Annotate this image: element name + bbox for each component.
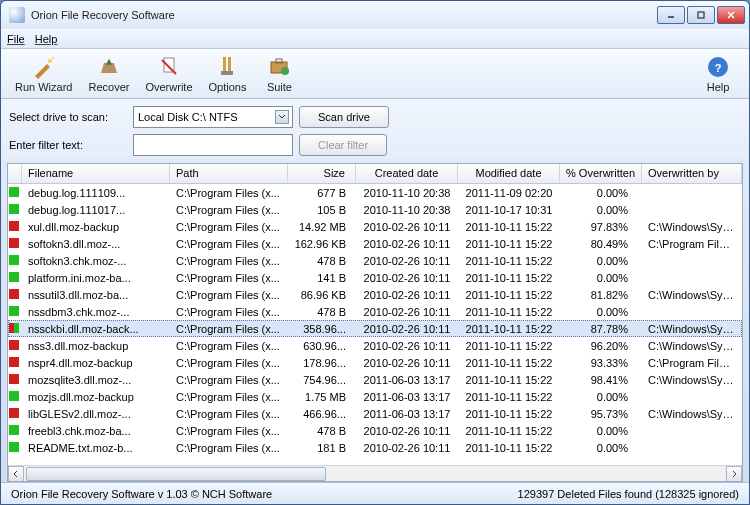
horizontal-scrollbar[interactable] [8, 465, 742, 481]
cell-modified: 2011-10-11 15:22 [458, 220, 560, 234]
minimize-button[interactable] [657, 6, 685, 24]
status-icon [9, 255, 19, 265]
cell-filename: freebl3.chk.moz-ba... [22, 424, 170, 438]
cell-pct: 87.78% [560, 322, 642, 336]
status-icon [9, 425, 19, 435]
cell-modified: 2011-10-11 15:22 [458, 424, 560, 438]
col-modified[interactable]: Modified date [458, 164, 560, 183]
table-row[interactable]: nssutil3.dll.moz-ba...C:\Program Files (… [8, 286, 742, 303]
maximize-button[interactable] [687, 6, 715, 24]
cell-pct: 0.00% [560, 424, 642, 438]
scroll-right-icon[interactable] [726, 466, 742, 482]
cell-by: C:\Windows\System32\ [642, 220, 742, 234]
cell-pct: 81.82% [560, 288, 642, 302]
table-row[interactable]: xul.dll.moz-backupC:\Program Files (x...… [8, 218, 742, 235]
window-title: Orion File Recovery Software [31, 9, 657, 21]
cell-created: 2011-06-03 13:17 [356, 407, 458, 421]
cell-path: C:\Program Files (x... [170, 407, 288, 421]
cell-filename: nss3.dll.moz-backup [22, 339, 170, 353]
scroll-left-icon[interactable] [8, 466, 24, 482]
table-row[interactable]: mozjs.dll.moz-backupC:\Program Files (x.… [8, 388, 742, 405]
cell-filename: mozsqlite3.dll.moz-... [22, 373, 170, 387]
cell-path: C:\Program Files (x... [170, 237, 288, 251]
table-row[interactable]: mozsqlite3.dll.moz-...C:\Program Files (… [8, 371, 742, 388]
cell-by [642, 260, 742, 262]
status-icon [9, 238, 19, 248]
suite-icon [267, 55, 291, 79]
scroll-thumb[interactable] [26, 467, 326, 481]
cell-filename: xul.dll.moz-backup [22, 220, 170, 234]
col-overwritten-pct[interactable]: % Overwritten [560, 164, 642, 183]
overwrite-button[interactable]: Overwrite [137, 53, 200, 95]
table-row[interactable]: debug.log.111017...C:\Program Files (x..… [8, 201, 742, 218]
titlebar[interactable]: Orion File Recovery Software [1, 1, 749, 29]
cell-filename: libGLESv2.dll.moz-... [22, 407, 170, 421]
menu-file[interactable]: File [7, 33, 25, 45]
close-button[interactable] [717, 6, 745, 24]
status-right: 129397 Deleted Files found (128325 ignor… [518, 488, 739, 500]
help-button[interactable]: ? Help [693, 53, 743, 95]
cell-modified: 2011-10-11 15:22 [458, 356, 560, 370]
cell-by: C:\Windows\System32\ [642, 339, 742, 353]
table-row[interactable]: softokn3.dll.moz-...C:\Program Files (x.… [8, 235, 742, 252]
status-icon [9, 357, 19, 367]
cell-pct: 98.41% [560, 373, 642, 387]
select-drive-label: Select drive to scan: [9, 111, 127, 123]
table-header: Filename Path Size Created date Modified… [8, 164, 742, 184]
table-row[interactable]: nssckbi.dll.moz-back...C:\Program Files … [8, 320, 742, 337]
app-icon [9, 7, 25, 23]
cell-created: 2010-02-26 10:11 [356, 271, 458, 285]
table-row[interactable]: libGLESv2.dll.moz-...C:\Program Files (x… [8, 405, 742, 422]
table-row[interactable]: README.txt.moz-b...C:\Program Files (x..… [8, 439, 742, 456]
cell-modified: 2011-10-11 15:22 [458, 322, 560, 336]
table-row[interactable]: nssdbm3.chk.moz-...C:\Program Files (x..… [8, 303, 742, 320]
cell-path: C:\Program Files (x... [170, 305, 288, 319]
table-row[interactable]: softokn3.chk.moz-...C:\Program Files (x.… [8, 252, 742, 269]
col-filename[interactable]: Filename [22, 164, 170, 183]
table-row[interactable]: nspr4.dll.moz-backupC:\Program Files (x.… [8, 354, 742, 371]
cell-pct: 0.00% [560, 186, 642, 200]
file-table: Filename Path Size Created date Modified… [7, 163, 743, 482]
run-wizard-button[interactable]: Run Wizard [7, 53, 80, 95]
scan-drive-button[interactable]: Scan drive [299, 106, 389, 128]
clear-filter-button[interactable]: Clear filter [299, 134, 387, 156]
cell-pct: 0.00% [560, 271, 642, 285]
cell-size: 105 B [288, 203, 356, 217]
cell-path: C:\Program Files (x... [170, 339, 288, 353]
table-row[interactable]: debug.log.111109...C:\Program Files (x..… [8, 184, 742, 201]
cell-size: 178.96... [288, 356, 356, 370]
col-size[interactable]: Size [288, 164, 356, 183]
col-created[interactable]: Created date [356, 164, 458, 183]
cell-filename: nspr4.dll.moz-backup [22, 356, 170, 370]
drive-select[interactable]: Local Disk C:\ NTFS [133, 106, 293, 128]
suite-button[interactable]: Suite [254, 53, 304, 95]
cell-modified: 2011-10-11 15:22 [458, 305, 560, 319]
cell-pct: 96.20% [560, 339, 642, 353]
cell-pct: 0.00% [560, 390, 642, 404]
col-overwritten-by[interactable]: Overwritten by [642, 164, 742, 183]
table-row[interactable]: nss3.dll.moz-backupC:\Program Files (x..… [8, 337, 742, 354]
cell-filename: debug.log.111017... [22, 203, 170, 217]
options-button[interactable]: Options [201, 53, 255, 95]
cell-modified: 2011-10-11 15:22 [458, 339, 560, 353]
cell-created: 2010-02-26 10:11 [356, 322, 458, 336]
table-row[interactable]: freebl3.chk.moz-ba...C:\Program Files (x… [8, 422, 742, 439]
cell-pct: 0.00% [560, 441, 642, 455]
cell-created: 2010-02-26 10:11 [356, 288, 458, 302]
table-body[interactable]: debug.log.111109...C:\Program Files (x..… [8, 184, 742, 465]
cell-pct: 97.83% [560, 220, 642, 234]
recover-button[interactable]: Recover [80, 53, 137, 95]
cell-modified: 2011-10-11 15:22 [458, 390, 560, 404]
col-path[interactable]: Path [170, 164, 288, 183]
cell-modified: 2011-10-17 10:31 [458, 203, 560, 217]
cell-size: 181 B [288, 441, 356, 455]
cell-created: 2010-02-26 10:11 [356, 339, 458, 353]
menu-help[interactable]: Help [35, 33, 58, 45]
cell-size: 466.96... [288, 407, 356, 421]
filter-input[interactable] [133, 134, 293, 156]
cell-path: C:\Program Files (x... [170, 424, 288, 438]
cell-path: C:\Program Files (x... [170, 288, 288, 302]
cell-modified: 2011-10-11 15:22 [458, 288, 560, 302]
table-row[interactable]: platform.ini.moz-ba...C:\Program Files (… [8, 269, 742, 286]
cell-by [642, 430, 742, 432]
